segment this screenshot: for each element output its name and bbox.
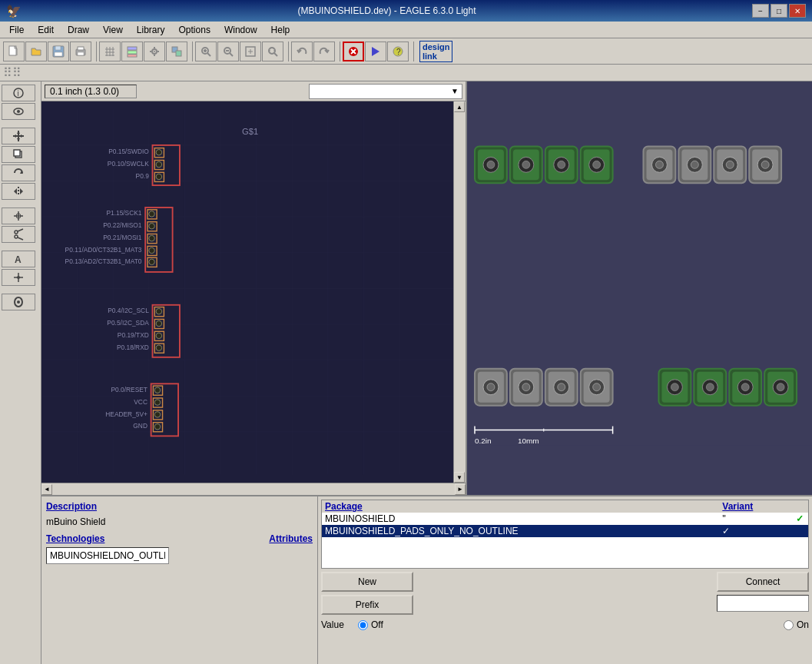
value-on-radio[interactable] [784,620,794,630]
menu-draw[interactable]: Draw [61,23,95,37]
canvas-scroll-container: G$1 P0.15/SWDIO P0.10/SWCLK P0.9 [41,101,466,495]
svg-rect-56 [14,150,20,156]
eye-tool-button[interactable] [2,103,35,120]
attributes-header[interactable]: Attributes [269,533,313,544]
main-layout: i A [0,81,812,664]
layers-button[interactable] [121,42,143,61]
info-tool-button[interactable]: i [2,85,35,101]
run-button[interactable] [365,42,386,61]
new-file-button[interactable] [3,42,25,61]
svg-line-37 [274,53,277,56]
stop-button[interactable] [343,42,364,61]
svg-point-190 [558,383,565,391]
svg-text:i: i [18,89,19,98]
rotate-tool-button[interactable] [2,164,35,181]
canvas-toolbar: 0.1 inch (1.3 0.0) ▼ [41,81,466,101]
settings-button[interactable] [144,42,165,61]
zoom-fit-button[interactable] [240,42,261,61]
restore-button[interactable]: □ [771,4,787,18]
bottom-row: Description mBuino Shield Technologies A… [41,495,812,664]
scroll-up-button[interactable]: ▲ [454,101,465,112]
svg-line-27 [207,53,210,56]
menu-library[interactable]: Library [131,23,171,37]
svg-point-70 [17,276,20,279]
svg-text:P0.0/RESET: P0.0/RESET [111,387,147,394]
title-bar: 🦅 (MBUINOSHIELD.dev) - EAGLE 6.3.0 Light… [0,0,812,22]
value-off-group: Off [358,619,383,630]
menu-file[interactable]: File [3,23,30,37]
toolbar2: ⠿⠿ [0,65,812,81]
zoom-area-button[interactable] [262,42,283,61]
drc-button[interactable] [166,42,187,61]
help-button[interactable]: ? [387,42,409,61]
text-tool-button[interactable]: A [2,251,35,267]
prefix-value-input[interactable] [717,595,809,612]
table-row[interactable]: MBUINOSHIELD '' ✓ [322,513,808,525]
svg-point-154 [522,161,530,168]
menu-edit[interactable]: Edit [31,23,60,37]
dropdown-arrow-icon[interactable]: ▼ [451,87,459,95]
col-check[interactable] [793,500,808,513]
scroll-down-button[interactable]: ▼ [454,472,465,483]
print-button[interactable] [70,42,91,61]
connect-button[interactable]: Connect [717,572,809,592]
svg-point-63 [15,231,18,234]
menu-options[interactable]: Options [173,23,217,37]
open-file-button[interactable] [25,42,47,61]
scissors-tool-button[interactable] [2,226,35,243]
canvas-area: 0.1 inch (1.3 0.0) ▼ [41,81,466,495]
svg-point-48 [17,110,20,113]
svg-line-65 [18,229,23,231]
save-button[interactable] [48,42,69,61]
svg-rect-0 [9,46,16,55]
menu-help[interactable]: Help [265,23,297,37]
canvas-content[interactable]: G$1 P0.15/SWDIO P0.10/SWCLK P0.9 [41,101,453,483]
scroll-right-button[interactable]: ► [455,484,466,495]
svg-rect-25 [176,51,181,56]
close-button[interactable]: ✕ [789,4,806,18]
menu-window[interactable]: Window [218,23,263,37]
canvas-horizontal-scrollbar[interactable]: ◄ ► [41,483,466,495]
toolbar-separator-4 [337,42,340,61]
svg-marker-52 [17,138,20,141]
package-input[interactable] [46,547,169,564]
col-variant[interactable]: Variant [719,500,793,513]
svg-point-145 [154,424,160,430]
zoom-in-button[interactable] [195,42,217,61]
redo-button[interactable] [313,42,335,61]
table-row[interactable]: MBUINOSHIELD_PADS_ONLY_NO_OUTLINE ✓ [322,525,808,537]
scroll-left-button[interactable]: ◄ [41,484,52,495]
menu-view[interactable]: View [97,23,129,37]
svg-rect-38 [270,48,274,53]
technologies-header[interactable]: Technologies [46,533,104,544]
zoom-out-button[interactable] [217,42,239,61]
copy-tool-button[interactable] [2,146,35,163]
description-header[interactable]: Description [46,501,313,512]
dropdown-box[interactable]: ▼ [309,84,462,99]
net-tool-button[interactable] [2,269,35,286]
col-package[interactable]: Package [322,500,719,513]
pad-tool-button[interactable] [2,294,35,310]
new-button[interactable]: New [321,572,413,592]
svg-point-210 [777,383,784,391]
prefix-button[interactable]: Prefix [321,595,413,615]
mirror-tool-button[interactable] [2,183,35,200]
value-off-radio[interactable] [358,620,368,630]
svg-point-132 [156,345,161,350]
pcb-viewer: 10mm 0.2in [467,81,812,495]
svg-text:P0.15/SWDIO: P0.15/SWDIO [108,148,149,155]
undo-button[interactable] [291,42,313,61]
canvas-vertical-scrollbar[interactable]: ▲ ▼ [453,101,466,483]
svg-point-206 [741,383,749,391]
minimize-button[interactable]: − [752,4,769,18]
center-and-bottom: 0.1 inch (1.3 0.0) ▼ [41,81,812,664]
cross-tool-button[interactable] [2,208,35,224]
svg-rect-7 [78,47,84,50]
design-link-logo: designlink [419,41,452,62]
toolbar: ? designlink [0,38,812,65]
move-tool-button[interactable] [2,128,35,144]
svg-text:?: ? [396,48,401,56]
grid-button[interactable] [99,42,121,61]
svg-point-186 [522,383,530,391]
svg-text:P0.11/AD0/CT32B1_MAT3: P0.11/AD0/CT32B1_MAT3 [65,246,142,254]
